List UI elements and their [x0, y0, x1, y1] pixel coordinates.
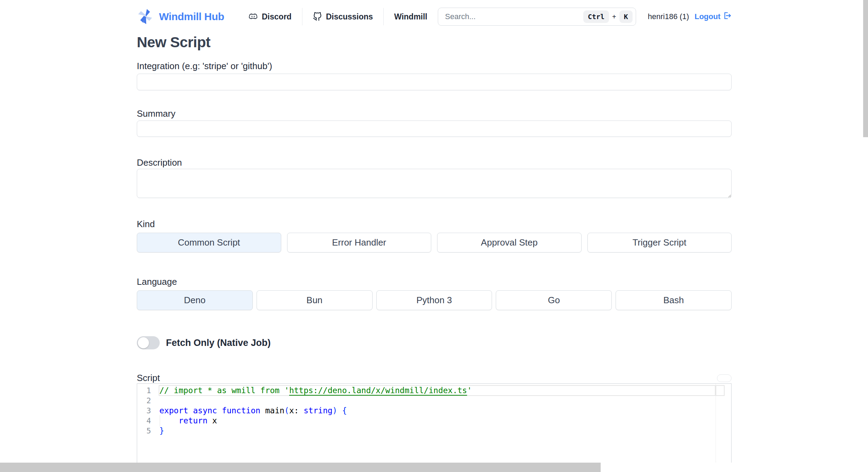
kind-option-trigger-script[interactable]: Trigger Script: [587, 233, 732, 252]
line-number: 4: [137, 416, 151, 425]
brand[interactable]: Windmill Hub: [137, 8, 217, 26]
current-line-highlight-ruler: [716, 385, 725, 396]
line-number: 2: [137, 396, 151, 405]
username: henri186 (1): [648, 12, 689, 21]
fetch-only-row: Fetch Only (Native Job): [137, 336, 732, 350]
kbd-ctrl: Ctrl: [583, 10, 609, 23]
discord-icon: [249, 12, 258, 21]
nav-label-discussions: Discussions: [326, 12, 373, 22]
user-area: henri186 (1) Logout: [648, 11, 732, 22]
language-option-bash[interactable]: Bash: [616, 290, 732, 310]
integration-label: Integration (e.g: 'stripe' or 'github'): [137, 60, 732, 72]
summary-input[interactable]: [137, 121, 732, 137]
nav-item-windmill[interactable]: Windmill: [384, 12, 438, 22]
code-editor[interactable]: 1// import * as wmill from 'https://deno…: [137, 383, 732, 472]
github-icon: [313, 12, 322, 21]
description-label: Description: [137, 157, 732, 168]
search-box: Ctrl + K: [438, 8, 636, 26]
kind-option-error-handler[interactable]: Error Handler: [287, 233, 432, 252]
horizontal-scrollbar: [0, 463, 868, 472]
nav-item-discord[interactable]: Discord: [249, 12, 302, 22]
nav-item-discussions[interactable]: Discussions: [302, 12, 384, 22]
logout-icon: [723, 11, 732, 22]
language-options: DenoBunPython 3GoBash: [137, 290, 732, 310]
search-shortcut: Ctrl + K: [583, 8, 633, 25]
editor-line-5: 5}: [137, 426, 715, 436]
line-number: 5: [137, 427, 151, 435]
fetch-only-label: Fetch Only (Native Job): [166, 338, 271, 348]
toggle-knob: [138, 337, 149, 348]
search-input[interactable]: [438, 12, 567, 21]
language-option-deno[interactable]: Deno: [137, 290, 253, 310]
summary-label: Summary: [137, 108, 732, 119]
editor-options-pill[interactable]: [717, 374, 732, 382]
page: Windmill Hub Discord: [0, 0, 868, 472]
language-option-bun[interactable]: Bun: [257, 290, 373, 310]
code-line-content[interactable]: }: [159, 426, 715, 436]
kbd-k: K: [619, 10, 633, 23]
windmill-logo-icon: [137, 8, 153, 26]
kbd-plus: +: [612, 13, 616, 21]
editor-line-2: 2: [137, 396, 715, 406]
language-label: Language: [137, 276, 732, 287]
editor-line-3: 3export async function main(x: string) {: [137, 406, 715, 416]
vertical-scrollbar: [863, 0, 868, 472]
editor-scrollbar-rule: [716, 384, 716, 472]
kind-options: Common ScriptError HandlerApproval StepT…: [137, 233, 732, 252]
code-line-content[interactable]: // import * as wmill from 'https://deno.…: [159, 386, 715, 396]
kind-option-approval-step[interactable]: Approval Step: [437, 233, 582, 252]
kind-option-common-script[interactable]: Common Script: [137, 233, 281, 252]
kind-label: Kind: [137, 218, 732, 230]
page-title: New Script: [137, 33, 732, 51]
nav-label-discord: Discord: [262, 12, 292, 22]
vertical-scrollbar-thumb[interactable]: [863, 0, 868, 137]
language-option-python-3[interactable]: Python 3: [376, 290, 492, 310]
header: Windmill Hub Discord: [137, 0, 732, 33]
line-number: 1: [137, 386, 151, 395]
line-number: 3: [137, 406, 151, 415]
logout-label: Logout: [694, 12, 720, 21]
brand-title: Windmill Hub: [159, 11, 224, 23]
editor-line-4: 4 return x: [137, 416, 715, 426]
code-line-content[interactable]: export async function main(x: string) {: [159, 406, 715, 416]
nav-label-windmill: Windmill: [394, 12, 427, 22]
logout-link[interactable]: Logout: [694, 11, 732, 22]
code-line-content[interactable]: return x: [159, 416, 715, 426]
editor-lines: 1// import * as wmill from 'https://deno…: [137, 386, 715, 436]
main-nav: Discord Discussions Windmill: [249, 8, 438, 26]
description-textarea[interactable]: [137, 169, 732, 198]
language-option-go[interactable]: Go: [496, 290, 612, 310]
script-header: Script: [137, 372, 732, 383]
editor-line-1: 1// import * as wmill from 'https://deno…: [137, 386, 715, 396]
script-label: Script: [137, 372, 160, 383]
integration-input[interactable]: [137, 74, 732, 90]
horizontal-scrollbar-thumb[interactable]: [0, 463, 601, 472]
fetch-only-toggle[interactable]: [137, 336, 160, 349]
